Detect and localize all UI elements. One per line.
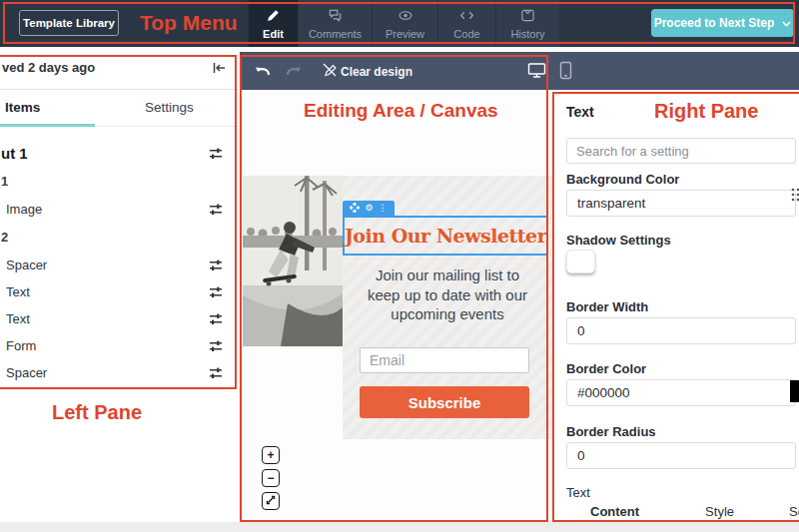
tree-item-layout[interactable]: ut 1 [0, 140, 237, 167]
pencil-icon [266, 8, 281, 25]
tab-style[interactable]: Style [705, 504, 734, 519]
selected-element-title: Text [566, 104, 594, 120]
email-field[interactable] [360, 347, 529, 373]
envelope-icon [520, 8, 535, 25]
shadow-settings-label: Shadow Settings [566, 233, 671, 248]
border-color-swatch[interactable] [790, 380, 799, 402]
border-radius-input[interactable] [566, 442, 796, 469]
selection-toolbar-chip: ⚙ ⋮ [343, 201, 395, 216]
tree-item-column[interactable]: 1 [0, 168, 237, 195]
tune-settings-icon[interactable] [208, 338, 224, 354]
tree-item-image[interactable]: Image [0, 196, 237, 223]
right-pane: Text Background Color Shadow Settings Bo… [552, 90, 799, 522]
clear-design-label[interactable]: Clear design [341, 65, 412, 79]
zoom-fit-button[interactable] [262, 492, 280, 510]
text-section-label: Text [566, 485, 590, 500]
expand-icon [266, 494, 276, 508]
background-color-label: Background Color [566, 172, 679, 187]
more-options-icon[interactable]: ⋮ [379, 204, 388, 213]
left-pane-tab-bar: Items Settings [0, 90, 239, 127]
canvas-toolbar: Clear design [240, 52, 799, 90]
tree-item-column[interactable]: 2 [0, 224, 237, 251]
active-tab-underline [0, 124, 95, 127]
tab-history[interactable]: History [495, 0, 559, 47]
background-color-input[interactable] [566, 190, 796, 217]
design-row: ⚙ ⋮ Join Our Newsletter Join our mailing… [243, 176, 552, 439]
app-window: Template Library Edit Comments [0, 0, 799, 532]
tab-preview[interactable]: Preview [372, 0, 437, 47]
tune-settings-icon[interactable] [208, 284, 224, 300]
tab-edit[interactable]: Edit [248, 0, 298, 47]
tab-label: Code [453, 28, 479, 40]
tab-label: Edit [263, 28, 284, 40]
newsletter-card[interactable]: ⚙ ⋮ Join Our Newsletter Join our mailing… [343, 176, 552, 439]
tab-settings[interactable]: Settings [145, 100, 194, 115]
border-color-label: Border Color [566, 361, 646, 376]
tab-label: Preview [386, 28, 424, 40]
tab-settings-bottom[interactable]: Settings [789, 504, 799, 519]
tune-settings-icon[interactable] [208, 311, 224, 327]
comments-icon [328, 8, 343, 25]
proceed-next-step-button[interactable]: Proceed to Next Step [651, 9, 794, 37]
tab-items[interactable]: Items [5, 100, 40, 115]
clear-design-icon[interactable] [322, 62, 338, 82]
border-color-input[interactable] [566, 379, 796, 406]
code-icon [459, 8, 474, 25]
canvas-bottom-strip [0, 522, 799, 532]
proceed-label: Proceed to Next Step [654, 16, 775, 30]
tree-item-spacer[interactable]: Spacer [0, 252, 237, 278]
tree-item-label: Spacer [0, 258, 47, 272]
top-menu-bar: Template Library Edit Comments [0, 0, 799, 47]
tree-item-label: Spacer [0, 365, 47, 380]
mobile-view-icon[interactable] [559, 61, 572, 84]
tree-item-label: Image [0, 202, 42, 217]
color-picker-dots-icon[interactable] [791, 188, 799, 202]
tab-content[interactable]: Content [590, 504, 639, 519]
tune-settings-icon[interactable] [208, 146, 224, 162]
right-pane-bottom-tabs: Content Style Settings [566, 504, 799, 519]
tree-item-label: Form [0, 338, 36, 353]
template-library-button[interactable]: Template Library [19, 10, 119, 36]
tab-comments[interactable]: Comments [298, 0, 372, 47]
newsletter-heading: Join Our Newsletter [345, 225, 546, 247]
border-width-label: Border Width [566, 299, 648, 314]
save-status-text: ved 2 days ago [2, 60, 95, 75]
undo-icon[interactable] [254, 63, 272, 82]
shadow-toggle[interactable] [566, 250, 595, 273]
selected-heading-block[interactable]: Join Our Newsletter [343, 216, 548, 256]
move-icon[interactable] [350, 203, 360, 215]
zoom-in-button[interactable]: + [262, 446, 280, 464]
top-menu-tabs: Edit Comments Preview [248, 0, 559, 47]
tree-item-label: 1 [0, 174, 8, 189]
left-pane-header: ved 2 days ago [0, 47, 239, 90]
tune-settings-icon[interactable] [208, 258, 224, 273]
tab-code[interactable]: Code [437, 0, 495, 47]
tree-item-label: ut 1 [0, 145, 28, 162]
newsletter-body-text[interactable]: Join our mailing list to keep up to date… [358, 266, 537, 324]
canvas-image-skateboarder[interactable] [243, 176, 343, 346]
tune-settings-icon[interactable] [208, 365, 224, 381]
tune-settings-icon[interactable] [208, 202, 224, 218]
border-radius-label: Border Radius [566, 424, 656, 439]
tree-item-label: Text [0, 311, 30, 326]
tree-item-label: 2 [0, 230, 8, 245]
chevron-down-icon [782, 16, 791, 30]
editing-canvas[interactable]: ⚙ ⋮ Join Our Newsletter Join our mailing… [240, 90, 552, 522]
tree-item-label: Text [0, 284, 30, 299]
tree-item-spacer[interactable]: Spacer [0, 359, 237, 386]
tree-item-text[interactable]: Text [0, 278, 237, 305]
desktop-view-icon[interactable] [527, 62, 546, 83]
search-input[interactable] [566, 138, 796, 164]
redo-icon[interactable] [285, 63, 303, 82]
tab-label: History [510, 28, 544, 40]
eye-icon [398, 8, 413, 25]
border-width-input[interactable] [566, 317, 796, 344]
tree-item-text[interactable]: Text [0, 305, 237, 332]
subscribe-button[interactable]: Subscribe [360, 386, 529, 418]
gear-icon[interactable]: ⚙ [365, 204, 373, 213]
tree-item-form[interactable]: Form [0, 332, 237, 359]
left-pane: ved 2 days ago Items Settings ut 1 1 Ima… [0, 47, 239, 522]
zoom-out-button[interactable]: − [262, 469, 280, 487]
tab-label: Comments [309, 28, 362, 40]
collapse-pane-icon[interactable] [212, 61, 227, 79]
